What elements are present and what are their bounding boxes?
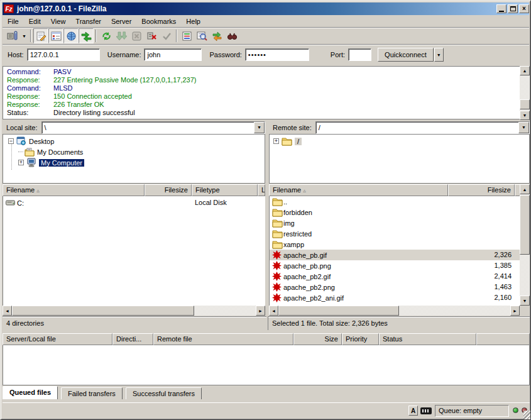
host-input[interactable] <box>27 48 100 61</box>
tree-item-root[interactable]: + / <box>273 136 302 146</box>
filter-button[interactable] <box>179 28 194 43</box>
disconnect-button[interactable] <box>144 28 159 43</box>
remote-file-row[interactable]: img <box>272 218 295 228</box>
reconnect-button[interactable] <box>159 28 174 43</box>
combo-dropdown-button[interactable]: ▼ <box>254 122 265 133</box>
tab-queued-files[interactable]: Queued files <box>3 386 58 399</box>
transfer-queue-list[interactable] <box>3 345 530 385</box>
username-input[interactable] <box>144 48 202 61</box>
scroll-right-button[interactable]: ► <box>510 306 520 316</box>
scroll-up-button[interactable]: ▲ <box>520 66 530 75</box>
site-manager-dropdown[interactable]: ▼ <box>20 28 28 43</box>
scroll-up-button[interactable]: ▲ <box>520 184 530 194</box>
remote-file-row[interactable]: .. <box>272 196 287 207</box>
remote-file-row[interactable]: xampp <box>272 239 304 250</box>
scrollbar-thumb[interactable] <box>278 306 399 316</box>
local-col-filename[interactable]: Filename ▵ <box>3 184 145 196</box>
find-files-button[interactable] <box>224 28 239 43</box>
quickconnect-button[interactable]: Quickconnect <box>378 48 434 62</box>
remote-file-row[interactable]: apache_pb2.png <box>272 282 335 292</box>
scroll-right-button[interactable]: ► <box>256 306 265 316</box>
remote-col-filesize[interactable]: Filesize <box>448 184 515 196</box>
log-line: Response:150 Connection accepted <box>7 92 132 100</box>
toggle-local-tree-button[interactable] <box>48 28 63 43</box>
speed-limit-icon[interactable] <box>420 407 432 414</box>
scroll-left-button[interactable]: ◄ <box>3 306 12 316</box>
tree-expand-icon[interactable]: + <box>18 160 24 165</box>
local-file-row[interactable]: C: <box>6 197 24 208</box>
local-tree[interactable]: − Desktop My Documents + My Computer <box>3 134 265 184</box>
remote-tree[interactable]: + / <box>269 134 530 184</box>
connection-led-green <box>513 407 518 413</box>
local-col-filesize[interactable]: Filesize <box>145 184 192 196</box>
remote-file-row[interactable]: forbidden <box>272 207 312 218</box>
directory-comparison-button[interactable] <box>194 28 209 43</box>
tree-collapse-icon[interactable]: − <box>8 138 14 144</box>
menu-bookmarks[interactable]: Bookmarks <box>136 16 181 27</box>
menu-help[interactable]: Help <box>181 16 205 27</box>
port-input[interactable] <box>348 48 371 61</box>
remote-hscrollbar[interactable]: ◄ ► <box>269 306 520 316</box>
combo-dropdown-button[interactable]: ▼ <box>518 122 529 133</box>
toggle-message-log-button[interactable] <box>33 28 48 43</box>
password-input[interactable] <box>245 48 309 61</box>
menu-transfer[interactable]: Transfer <box>70 16 106 27</box>
toggle-remote-tree-button[interactable] <box>63 28 79 43</box>
remote-file-row-selected[interactable]: apache_pb.gif <box>272 250 327 260</box>
tree-expand-icon[interactable]: + <box>273 138 279 144</box>
tab-successful-transfers[interactable]: Successful transfers <box>126 387 202 399</box>
tree-item-my-computer[interactable]: + My Computer <box>18 157 84 168</box>
toggle-queue-button[interactable] <box>79 28 94 43</box>
queue-col-remote-file[interactable]: Remote file <box>153 333 293 345</box>
cancel-operation-button[interactable] <box>129 28 144 43</box>
tree-item-my-documents[interactable]: My Documents <box>18 146 83 157</box>
title-bar[interactable]: Fz john@127.0.0.1 - FileZilla × <box>3 3 529 15</box>
site-manager-button[interactable] <box>5 28 20 43</box>
local-file-list[interactable]: C: Local Disk <box>3 196 265 306</box>
remote-file-row[interactable]: apache_pb.png <box>272 260 331 271</box>
scroll-left-button[interactable]: ◄ <box>269 306 278 316</box>
refresh-button[interactable] <box>99 28 114 43</box>
remote-file-row[interactable]: restricted <box>272 228 312 239</box>
resize-grip[interactable] <box>523 411 531 419</box>
tab-failed-transfers[interactable]: Failed transfers <box>61 387 123 399</box>
synchronized-browsing-button[interactable] <box>209 28 224 43</box>
scrollbar-thumb[interactable] <box>12 306 194 316</box>
remote-site-combo[interactable]: / ▼ <box>315 121 530 134</box>
tree-item-desktop[interactable]: − Desktop <box>8 136 54 146</box>
remote-file-list[interactable]: .. forbidden img restricted xampp apache… <box>269 196 520 306</box>
queue-col-direction[interactable]: Directi... <box>112 333 153 345</box>
queue-col-status[interactable]: Status <box>379 333 476 345</box>
menu-view[interactable]: View <box>46 16 71 27</box>
maximize-button[interactable] <box>508 4 518 13</box>
scroll-down-button[interactable]: ▼ <box>520 111 530 120</box>
minimize-button[interactable] <box>496 4 506 13</box>
menu-file[interactable]: File <box>3 16 24 27</box>
process-queue-button[interactable] <box>114 28 129 43</box>
scroll-down-button[interactable]: ▼ <box>520 296 530 306</box>
local-col-lastmodified[interactable]: L <box>258 184 265 196</box>
close-button[interactable]: × <box>519 4 529 13</box>
log-line: Response:227 Entering Passive Mode (127,… <box>7 76 196 84</box>
remote-file-row[interactable]: apache_pb2_ani.gif <box>272 292 344 303</box>
remote-vscrollbar[interactable]: ▲ ▼ <box>520 184 530 306</box>
remote-status-bar: Selected 1 file. Total size: 2,326 bytes <box>268 316 530 330</box>
queue-col-local-file[interactable]: Server/Local file <box>3 333 112 345</box>
scrollbar-thumb[interactable] <box>520 99 530 109</box>
remote-file-row[interactable]: apache_pb2.gif <box>272 271 331 282</box>
remote-col-filename[interactable]: Filename ▵ <box>269 184 448 196</box>
scrollbar-thumb[interactable] <box>520 195 530 255</box>
menu-edit[interactable]: Edit <box>24 16 46 27</box>
queue-col-size[interactable]: Size <box>293 333 342 345</box>
quickconnect-dropdown[interactable]: ▼ <box>434 48 444 62</box>
log-scrollbar[interactable]: ▲ ▼ <box>520 66 530 120</box>
menu-server[interactable]: Server <box>106 16 136 27</box>
log-line: Response:226 Transfer OK <box>7 101 104 108</box>
local-site-combo[interactable]: \ ▼ <box>41 121 265 134</box>
dropdown-icon: ▼ <box>437 53 441 57</box>
local-hscrollbar[interactable]: ◄ ► <box>3 306 265 316</box>
message-log[interactable]: Command:PASV Response:227 Entering Passi… <box>3 66 520 119</box>
queue-col-priority[interactable]: Priority <box>342 333 379 345</box>
transfer-type-indicator[interactable]: A <box>408 406 418 416</box>
local-col-filetype[interactable]: Filetype <box>192 184 258 196</box>
